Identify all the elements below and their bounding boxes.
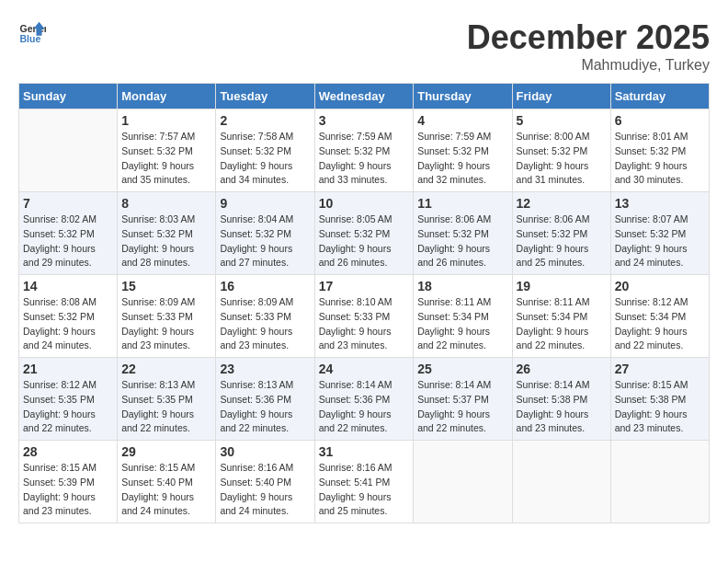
calendar-cell: 4Sunrise: 7:59 AMSunset: 5:32 PMDaylight…	[414, 109, 512, 192]
weekday-header: Friday	[512, 84, 610, 109]
calendar-cell: 19Sunrise: 8:11 AMSunset: 5:34 PMDayligh…	[512, 275, 610, 358]
day-number: 5	[517, 113, 607, 128]
logo: General Blue	[18, 18, 46, 46]
calendar-cell	[512, 441, 610, 523]
day-number: 2	[220, 113, 310, 128]
day-number: 8	[121, 196, 211, 211]
day-info: Sunrise: 8:13 AMSunset: 5:35 PMDaylight:…	[121, 378, 211, 436]
day-number: 1	[121, 113, 211, 128]
day-info: Sunrise: 8:16 AMSunset: 5:41 PMDaylight:…	[319, 461, 410, 519]
calendar-cell: 5Sunrise: 8:00 AMSunset: 5:32 PMDaylight…	[512, 109, 610, 192]
day-number: 26	[517, 362, 607, 376]
calendar-cell: 6Sunrise: 8:01 AMSunset: 5:32 PMDaylight…	[610, 109, 709, 192]
day-info: Sunrise: 8:15 AMSunset: 5:40 PMDaylight:…	[121, 461, 211, 519]
day-info: Sunrise: 8:14 AMSunset: 5:36 PMDaylight:…	[319, 378, 410, 436]
day-number: 29	[121, 444, 211, 459]
weekday-header: Tuesday	[216, 84, 314, 109]
day-info: Sunrise: 8:03 AMSunset: 5:32 PMDaylight:…	[121, 213, 211, 270]
day-info: Sunrise: 8:01 AMSunset: 5:32 PMDaylight:…	[615, 130, 705, 188]
calendar-cell: 25Sunrise: 8:14 AMSunset: 5:37 PMDayligh…	[414, 358, 512, 441]
day-info: Sunrise: 8:15 AMSunset: 5:39 PMDaylight:…	[23, 461, 113, 519]
calendar-cell: 2Sunrise: 7:58 AMSunset: 5:32 PMDaylight…	[216, 109, 314, 192]
calendar-cell	[414, 441, 512, 523]
day-number: 19	[517, 279, 607, 293]
calendar-table: SundayMondayTuesdayWednesdayThursdayFrid…	[18, 83, 710, 523]
location-subtitle: Mahmudiye, Turkey	[467, 57, 710, 74]
calendar-cell: 22Sunrise: 8:13 AMSunset: 5:35 PMDayligh…	[118, 358, 216, 441]
day-number: 18	[417, 279, 507, 293]
logo-icon: General Blue	[18, 18, 46, 46]
day-info: Sunrise: 7:59 AMSunset: 5:32 PMDaylight:…	[417, 130, 507, 188]
calendar-cell: 29Sunrise: 8:15 AMSunset: 5:40 PMDayligh…	[118, 441, 216, 523]
day-number: 11	[417, 196, 507, 211]
day-number: 3	[319, 113, 410, 128]
day-info: Sunrise: 8:16 AMSunset: 5:40 PMDaylight:…	[220, 461, 310, 519]
calendar-cell: 24Sunrise: 8:14 AMSunset: 5:36 PMDayligh…	[314, 358, 414, 441]
calendar-cell	[19, 109, 118, 192]
day-info: Sunrise: 8:14 AMSunset: 5:38 PMDaylight:…	[517, 378, 607, 436]
calendar-week-row: 7Sunrise: 8:02 AMSunset: 5:32 PMDaylight…	[19, 192, 710, 275]
day-number: 7	[23, 196, 113, 211]
calendar-cell: 17Sunrise: 8:10 AMSunset: 5:33 PMDayligh…	[314, 275, 414, 358]
calendar-cell: 26Sunrise: 8:14 AMSunset: 5:38 PMDayligh…	[512, 358, 610, 441]
day-info: Sunrise: 8:02 AMSunset: 5:32 PMDaylight:…	[23, 213, 113, 270]
calendar-cell: 28Sunrise: 8:15 AMSunset: 5:39 PMDayligh…	[19, 441, 118, 523]
day-number: 4	[417, 113, 507, 128]
day-number: 20	[615, 279, 705, 293]
calendar-cell: 14Sunrise: 8:08 AMSunset: 5:32 PMDayligh…	[19, 275, 118, 358]
weekday-header: Wednesday	[314, 84, 414, 109]
calendar-cell: 31Sunrise: 8:16 AMSunset: 5:41 PMDayligh…	[314, 441, 414, 523]
day-number: 10	[319, 196, 410, 211]
day-info: Sunrise: 8:15 AMSunset: 5:38 PMDaylight:…	[615, 378, 705, 436]
calendar-cell: 18Sunrise: 8:11 AMSunset: 5:34 PMDayligh…	[414, 275, 512, 358]
calendar-cell: 3Sunrise: 7:59 AMSunset: 5:32 PMDaylight…	[314, 109, 414, 192]
calendar-cell: 10Sunrise: 8:05 AMSunset: 5:32 PMDayligh…	[314, 192, 414, 275]
calendar-cell: 16Sunrise: 8:09 AMSunset: 5:33 PMDayligh…	[216, 275, 314, 358]
day-number: 13	[615, 196, 705, 211]
day-number: 14	[23, 279, 113, 293]
calendar-cell: 1Sunrise: 7:57 AMSunset: 5:32 PMDaylight…	[118, 109, 216, 192]
weekday-header: Thursday	[414, 84, 512, 109]
day-number: 21	[23, 362, 113, 376]
calendar-cell: 30Sunrise: 8:16 AMSunset: 5:40 PMDayligh…	[216, 441, 314, 523]
day-number: 23	[220, 362, 310, 376]
calendar-cell: 13Sunrise: 8:07 AMSunset: 5:32 PMDayligh…	[610, 192, 709, 275]
calendar-cell: 20Sunrise: 8:12 AMSunset: 5:34 PMDayligh…	[610, 275, 709, 358]
calendar-cell: 23Sunrise: 8:13 AMSunset: 5:36 PMDayligh…	[216, 358, 314, 441]
weekday-header: Monday	[118, 84, 216, 109]
calendar-cell: 8Sunrise: 8:03 AMSunset: 5:32 PMDaylight…	[118, 192, 216, 275]
day-info: Sunrise: 8:07 AMSunset: 5:32 PMDaylight:…	[615, 213, 705, 270]
day-info: Sunrise: 8:04 AMSunset: 5:32 PMDaylight:…	[220, 213, 310, 270]
calendar-week-row: 21Sunrise: 8:12 AMSunset: 5:35 PMDayligh…	[19, 358, 710, 441]
day-number: 28	[23, 444, 113, 459]
day-number: 24	[319, 362, 410, 376]
calendar-week-row: 1Sunrise: 7:57 AMSunset: 5:32 PMDaylight…	[19, 109, 710, 192]
day-info: Sunrise: 8:05 AMSunset: 5:32 PMDaylight:…	[319, 213, 410, 270]
day-info: Sunrise: 8:10 AMSunset: 5:33 PMDaylight:…	[319, 295, 410, 353]
calendar-cell: 11Sunrise: 8:06 AMSunset: 5:32 PMDayligh…	[414, 192, 512, 275]
calendar-week-row: 28Sunrise: 8:15 AMSunset: 5:39 PMDayligh…	[19, 441, 710, 523]
weekday-header: Saturday	[610, 84, 709, 109]
day-info: Sunrise: 8:09 AMSunset: 5:33 PMDaylight:…	[220, 295, 310, 353]
calendar-cell: 9Sunrise: 8:04 AMSunset: 5:32 PMDaylight…	[216, 192, 314, 275]
day-number: 25	[417, 362, 507, 376]
day-info: Sunrise: 8:08 AMSunset: 5:32 PMDaylight:…	[23, 295, 113, 353]
day-info: Sunrise: 8:09 AMSunset: 5:33 PMDaylight:…	[121, 295, 211, 353]
day-info: Sunrise: 8:14 AMSunset: 5:37 PMDaylight:…	[417, 378, 507, 436]
day-info: Sunrise: 8:12 AMSunset: 5:34 PMDaylight:…	[615, 295, 705, 353]
month-year-title: December 2025	[467, 18, 710, 57]
day-info: Sunrise: 8:06 AMSunset: 5:32 PMDaylight:…	[517, 213, 607, 270]
day-number: 16	[220, 279, 310, 293]
day-info: Sunrise: 8:13 AMSunset: 5:36 PMDaylight:…	[220, 378, 310, 436]
page-header: General Blue December 2025 Mahmudiye, Tu…	[18, 18, 710, 74]
day-info: Sunrise: 7:57 AMSunset: 5:32 PMDaylight:…	[121, 130, 211, 188]
day-info: Sunrise: 7:58 AMSunset: 5:32 PMDaylight:…	[220, 130, 310, 188]
day-number: 22	[121, 362, 211, 376]
calendar-cell: 15Sunrise: 8:09 AMSunset: 5:33 PMDayligh…	[118, 275, 216, 358]
calendar-cell: 27Sunrise: 8:15 AMSunset: 5:38 PMDayligh…	[610, 358, 709, 441]
day-number: 27	[615, 362, 705, 376]
calendar-cell: 7Sunrise: 8:02 AMSunset: 5:32 PMDaylight…	[19, 192, 118, 275]
calendar-cell: 21Sunrise: 8:12 AMSunset: 5:35 PMDayligh…	[19, 358, 118, 441]
day-number: 31	[319, 444, 410, 459]
day-number: 30	[220, 444, 310, 459]
